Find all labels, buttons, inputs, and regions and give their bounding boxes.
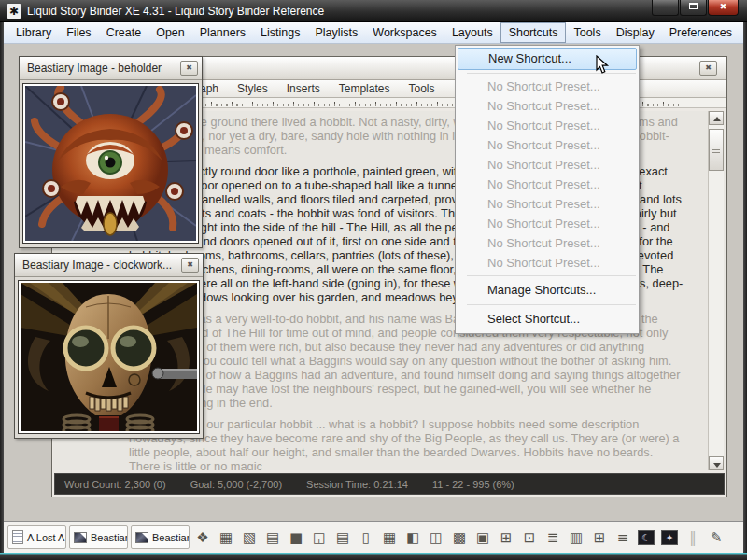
menu-open[interactable]: Open [148, 22, 192, 43]
scrollbar-thumb[interactable] [709, 129, 724, 171]
menu-item-preset: No Shortcut Preset... [456, 96, 639, 116]
beholder-image-window: Beastiary Image - beholder ✖ [19, 56, 203, 248]
quill-icon[interactable]: ✎ [706, 527, 726, 548]
menu-layouts[interactable]: Layouts [444, 22, 500, 43]
menu-item-preset: No Shortcut Preset... [456, 77, 639, 96]
window-controls: – ✖ [652, 0, 739, 16]
taskbar-item-label: Beastiar [152, 532, 190, 543]
menu-workspaces[interactable]: Workspaces [365, 22, 444, 43]
grid-icon[interactable]: ▦ [216, 527, 236, 548]
split-page-icon[interactable]: ◧ [402, 527, 423, 548]
mosaic-icon[interactable]: ▩ [449, 527, 470, 548]
menu-separator [467, 304, 636, 305]
taskbar-item-a-lost-art[interactable]: A Lost A [7, 525, 66, 549]
menu-item-preset: No Shortcut Preset... [456, 194, 639, 214]
clockwork-title: Beastiary Image - clockwork... [22, 259, 172, 272]
sparkle-image-icon[interactable]: ✦ [661, 530, 678, 545]
clockwork-artwork [18, 280, 200, 434]
window-frame-bottom [0, 553, 747, 560]
scroll-up-icon[interactable] [709, 111, 724, 125]
menu-library[interactable]: Library [8, 22, 59, 43]
menu-item-manage-shortcuts[interactable]: Manage Shortcuts... [456, 279, 639, 301]
taskbar-item-label: A Lost A [27, 532, 64, 543]
taskbar-item-beastiary-1[interactable]: Beastiar [69, 525, 128, 549]
tiles-icon[interactable]: ⊞ [589, 527, 610, 548]
clockwork-close-icon[interactable]: ✖ [181, 258, 199, 273]
menu-item-select-shortcut[interactable]: Select Shortcut... [456, 308, 639, 330]
listing-icon[interactable]: ▤ [332, 527, 353, 548]
window-title: Liquid Story Binder XE 4.31 - Liquid Sto… [27, 5, 324, 18]
editor-status-bar: Word Count: 2,300 (0) Goal: 5,000 (-2,70… [54, 473, 725, 495]
checklist-icon[interactable]: ≣ [543, 527, 563, 548]
book-icon[interactable]: ◫ [426, 527, 446, 548]
columns-icon[interactable]: ▥ [566, 527, 586, 548]
menu-listings[interactable]: Listings [253, 22, 307, 43]
image-icon [135, 532, 148, 543]
layers-icon[interactable]: ❖ [192, 527, 213, 548]
mouse-cursor [596, 55, 610, 76]
beholder-artwork [22, 83, 199, 244]
menu-item-preset: No Shortcut Preset... [456, 214, 639, 233]
menu-shortcuts[interactable]: Shortcuts [500, 22, 567, 43]
window-frame-right [743, 22, 747, 553]
document-icon [12, 530, 23, 544]
menu-item-preset: No Shortcut Preset... [456, 155, 639, 175]
menu-display[interactable]: Display [609, 22, 662, 43]
menu-separator [467, 275, 636, 276]
clockwork-titlebar[interactable]: Beastiary Image - clockwork... ✖ [15, 254, 203, 277]
pause-icon[interactable]: ‖ [683, 527, 703, 548]
save-icon[interactable]: ▤ [262, 527, 283, 548]
menu-tools[interactable]: Tools [566, 22, 608, 43]
editor-menu-styles[interactable]: Styles [228, 80, 277, 97]
image-icon [74, 532, 87, 543]
moon-image-icon[interactable]: ☾ [638, 530, 655, 545]
editor-menu-inserts[interactable]: Inserts [277, 80, 330, 97]
rows-icon[interactable]: ≡ [613, 527, 633, 548]
session-time: Session Time: 0:21:14 [306, 479, 408, 490]
beholder-titlebar[interactable]: Beastiary Image - beholder ✖ [20, 57, 202, 80]
menu-create[interactable]: Create [99, 22, 149, 43]
editor-scrollbar[interactable] [708, 111, 724, 470]
close-icon[interactable]: ✖ [708, 0, 739, 16]
table-icon[interactable]: ▦ [379, 527, 400, 548]
menu-item-preset: No Shortcut Preset... [456, 116, 639, 135]
menu-separator [467, 73, 636, 74]
editor-menu-tools[interactable]: Tools [399, 80, 444, 97]
swatch-icon[interactable]: ■ [286, 527, 306, 548]
menu-files[interactable]: Files [59, 22, 98, 43]
paragraph: The mother of our particular hobbit ... … [129, 417, 684, 470]
menu-item-preset: No Shortcut Preset... [456, 233, 639, 253]
calendar-icon[interactable]: ⊞ [496, 527, 516, 548]
word-count: Word Count: 2,300 (0) [64, 479, 166, 490]
window-frame-left [0, 22, 4, 553]
shortcuts-dropdown-menu: New Shortcut... No Shortcut Preset... No… [455, 45, 640, 334]
main-titlebar: ✱ Liquid Story Binder XE 4.31 - Liquid S… [0, 0, 747, 22]
editor-close-icon[interactable]: ✖ [699, 61, 717, 76]
menu-item-preset: No Shortcut Preset... [456, 175, 639, 194]
scroll-down-icon[interactable] [709, 456, 724, 470]
group-icon[interactable]: ◱ [309, 527, 330, 548]
cursor-position: 11 - 22 - 995 (6%) [432, 479, 514, 490]
flowchart-icon[interactable]: ⊡ [519, 527, 540, 548]
beholder-close-icon[interactable]: ✖ [180, 61, 198, 76]
taskbar: A Lost A Beastiar Beastiar ❖ ▦ ▧ ▤ ■ ◱ ▤… [4, 521, 743, 553]
beholder-title: Beastiary Image - beholder [27, 62, 162, 75]
menu-item-preset: No Shortcut Preset... [456, 253, 639, 273]
taskbar-item-beastiary-2[interactable]: Beastiar [131, 525, 190, 549]
menu-item-new-shortcut[interactable]: New Shortcut... [458, 48, 637, 70]
main-menubar: Library Files Create Open Planners Listi… [1, 22, 746, 44]
menu-planners[interactable]: Planners [192, 22, 253, 43]
image-tile-icon[interactable]: ▣ [472, 527, 493, 548]
menu-preferences[interactable]: Preferences [662, 22, 740, 43]
minimize-icon[interactable]: – [652, 0, 679, 16]
maximize-icon[interactable] [680, 0, 707, 16]
editor-menu-templates[interactable]: Templates [330, 80, 400, 97]
goal: Goal: 5,000 (-2,700) [190, 479, 282, 490]
app-icon: ✱ [7, 4, 21, 19]
menu-item-preset: No Shortcut Preset... [456, 135, 639, 155]
menu-playlists[interactable]: Playlists [307, 22, 365, 43]
application-window: ✱ Liquid Story Binder XE 4.31 - Liquid S… [0, 0, 747, 560]
cube-icon[interactable]: ▧ [239, 527, 260, 548]
taskbar-item-label: Beastiar [91, 532, 128, 543]
new-page-icon[interactable]: ▯ [356, 527, 376, 548]
